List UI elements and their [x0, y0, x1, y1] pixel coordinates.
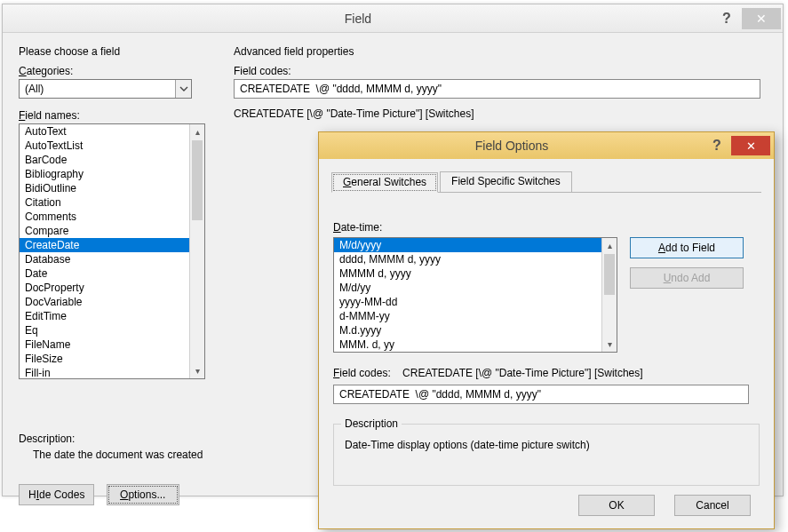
options-bottom-buttons: OK Cancel: [578, 495, 760, 516]
fieldnames-item[interactable]: BarCode: [20, 153, 189, 167]
fieldnames-item[interactable]: DocVariable: [20, 295, 189, 309]
choose-field-panel: Please choose a field Categories: (All) …: [19, 45, 210, 379]
datetime-item[interactable]: M/d/yyyy: [334, 238, 601, 252]
fieldnames-item[interactable]: AutoTextList: [20, 139, 189, 153]
fieldnames-item[interactable]: Comments: [20, 210, 189, 224]
datetime-item[interactable]: M.d.yyyy: [334, 323, 601, 337]
fieldnames-item[interactable]: Citation: [20, 195, 189, 210]
options-close-button[interactable]: ✕: [731, 136, 770, 155]
fieldcodes-input[interactable]: [234, 79, 760, 99]
advanced-properties-panel: Advanced field properties Field codes: C…: [234, 45, 767, 120]
datetime-listbox[interactable]: M/d/yyyydddd, MMMM d, yyyyMMMM d, yyyyM/…: [333, 237, 617, 353]
tab-field-specific-switches[interactable]: Field Specific Switches: [440, 171, 572, 192]
scroll-up-icon[interactable]: ▴: [190, 124, 204, 139]
datetime-item[interactable]: MMM. d, yy: [334, 337, 601, 352]
description-text: The date the document was created: [19, 445, 312, 461]
fieldnames-item[interactable]: EditTime: [20, 309, 189, 323]
advanced-label: Advanced field properties: [234, 45, 767, 58]
options-fieldcodes-syntax: CREATEDATE [\@ "Date-Time Picture"] [Swi…: [402, 367, 643, 379]
fieldnames-item[interactable]: FileName: [20, 337, 189, 352]
fieldcodes-label: Field codes:: [234, 65, 767, 77]
options-button[interactable]: Options...: [107, 484, 179, 505]
tab-general-switches[interactable]: General Switches: [331, 172, 438, 193]
options-fieldcodes-row: Field codes: CREATEDATE [\@ "Date-Time P…: [333, 367, 760, 404]
fieldnames-item[interactable]: Eq: [20, 323, 189, 337]
options-title: Field Options: [319, 139, 704, 153]
categories-selected: (All): [20, 80, 175, 98]
fieldnames-item[interactable]: Database: [20, 252, 189, 266]
options-fieldcodes-label: Field codes:: [333, 367, 391, 379]
field-close-button[interactable]: ✕: [742, 8, 781, 29]
chevron-down-icon: [179, 84, 188, 93]
scroll-down-icon[interactable]: ▾: [190, 363, 204, 378]
options-description-group: Description Date-Time display options (d…: [333, 424, 760, 486]
description-block: Description: The date the document was c…: [19, 433, 312, 461]
scroll-up-icon[interactable]: ▴: [602, 238, 617, 253]
fieldnames-item[interactable]: FileSize: [20, 352, 189, 366]
options-description-text: Date-Time display options (date-time pic…: [345, 433, 748, 451]
datetime-scrollbar[interactable]: ▴ ▾: [601, 238, 617, 352]
fieldnames-item[interactable]: Date: [20, 266, 189, 281]
fieldnames-item[interactable]: Fill-in: [20, 366, 189, 378]
fieldnames-label: Field names:: [19, 109, 210, 122]
field-help-button[interactable]: ?: [713, 8, 740, 29]
scroll-down-icon[interactable]: ▾: [602, 337, 617, 352]
field-titlebar: Field ? ✕: [3, 4, 783, 33]
options-description-label: Description: [341, 417, 402, 430]
datetime-item[interactable]: yyyy-MM-dd: [334, 295, 601, 309]
choose-field-label: Please choose a field: [19, 45, 210, 58]
hide-codes-button[interactable]: HIde Codes: [19, 484, 94, 505]
field-bottom-buttons: HIde Codes Options...: [19, 484, 188, 505]
scroll-thumb[interactable]: [604, 254, 615, 295]
fieldnames-item[interactable]: AutoText: [20, 124, 189, 139]
undo-add-button[interactable]: Undo Add: [630, 267, 744, 289]
fieldnames-item[interactable]: BidiOutline: [20, 181, 189, 195]
datetime-item[interactable]: MMMM d, yyyy: [334, 266, 601, 281]
fieldnames-scrollbar[interactable]: ▴ ▾: [189, 124, 204, 378]
scroll-thumb[interactable]: [192, 140, 203, 220]
options-fieldcodes-input[interactable]: [333, 385, 749, 404]
fieldcodes-syntax: CREATEDATE [\@ "Date-Time Picture"] [Swi…: [234, 107, 767, 120]
options-help-button[interactable]: ?: [704, 136, 729, 155]
datetime-item[interactable]: d-MMM-yy: [334, 309, 601, 323]
datetime-item[interactable]: M/d/yy: [334, 281, 601, 295]
fieldnames-item[interactable]: Compare: [20, 224, 189, 238]
field-options-dialog: Field Options ? ✕ General Switches Field…: [318, 131, 775, 529]
ok-button[interactable]: OK: [578, 495, 655, 516]
categories-dropdown-button[interactable]: [175, 80, 191, 98]
cancel-button[interactable]: Cancel: [674, 495, 751, 516]
fieldnames-item[interactable]: Bibliography: [20, 167, 189, 181]
options-side-buttons: Add to Field Undo Add: [630, 237, 763, 298]
fieldnames-listbox[interactable]: AutoTextAutoTextListBarCodeBibliographyB…: [19, 123, 205, 379]
options-titlebar: Field Options ? ✕: [319, 132, 774, 159]
datetime-label: Date-time:: [333, 221, 382, 234]
add-to-field-button[interactable]: Add to Field: [630, 237, 744, 258]
datetime-item[interactable]: dddd, MMMM d, yyyy: [334, 252, 601, 266]
fieldnames-item[interactable]: DocProperty: [20, 281, 189, 295]
fieldnames-item[interactable]: CreateDate: [20, 238, 189, 252]
categories-combo[interactable]: (All): [19, 79, 192, 99]
categories-label: Categories:: [19, 65, 210, 77]
field-dialog-title: Field: [3, 12, 713, 26]
description-label: Description:: [19, 433, 312, 445]
options-tabstrip: General Switches Field Specific Switches: [331, 171, 761, 193]
